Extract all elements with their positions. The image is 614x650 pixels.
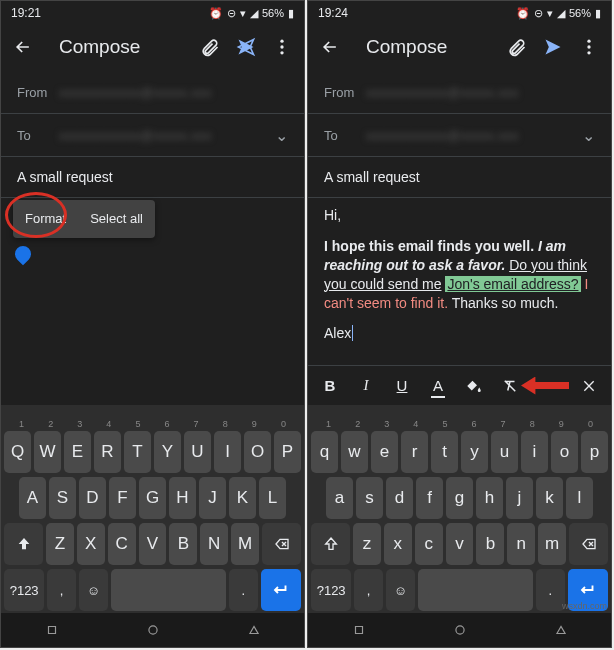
to-row[interactable]: To xxxxxxxxxxxx@xxxxx.xxx ⌄ <box>308 114 611 156</box>
key-z[interactable]: Z <box>46 523 74 565</box>
key-comma[interactable]: , <box>354 569 383 611</box>
nav-back-icon[interactable] <box>42 620 62 640</box>
attach-icon[interactable] <box>499 29 535 65</box>
key-d[interactable]: d <box>386 477 413 519</box>
key-c[interactable]: C <box>108 523 136 565</box>
chevron-down-icon[interactable]: ⌄ <box>582 126 595 145</box>
to-row[interactable]: To xxxxxxxxxxxx@xxxxx.xxx ⌄ <box>1 114 304 156</box>
format-bold-button[interactable]: B <box>312 368 348 404</box>
key-h[interactable]: h <box>476 477 503 519</box>
key-shift[interactable] <box>4 523 43 565</box>
key-symbols[interactable]: ?123 <box>311 569 351 611</box>
key-a[interactable]: A <box>19 477 46 519</box>
key-x[interactable]: x <box>384 523 412 565</box>
key-s[interactable]: S <box>49 477 76 519</box>
more-icon[interactable] <box>571 29 607 65</box>
format-underline-button[interactable]: U <box>384 368 420 404</box>
send-icon[interactable] <box>535 29 571 65</box>
subject-field[interactable]: A small request <box>308 157 611 197</box>
nav-home-icon[interactable] <box>143 620 163 640</box>
cursor-handle-icon[interactable] <box>12 243 35 266</box>
key-backspace[interactable] <box>569 523 608 565</box>
nav-recent-icon[interactable] <box>244 620 264 640</box>
key-b[interactable]: b <box>476 523 504 565</box>
from-row[interactable]: From xxxxxxxxxxxx@xxxxx.xxx <box>1 71 304 113</box>
key-f[interactable]: F <box>109 477 136 519</box>
key-g[interactable]: G <box>139 477 166 519</box>
key-s[interactable]: s <box>356 477 383 519</box>
key-b[interactable]: B <box>169 523 197 565</box>
key-space[interactable] <box>111 569 226 611</box>
key-c[interactable]: c <box>415 523 443 565</box>
key-k[interactable]: K <box>229 477 256 519</box>
key-o[interactable]: o <box>551 431 578 473</box>
key-o[interactable]: O <box>244 431 271 473</box>
key-m[interactable]: m <box>538 523 566 565</box>
back-icon[interactable] <box>312 29 348 65</box>
body-field[interactable]: Hi, I hope this email finds you well. I … <box>308 198 611 365</box>
format-fill-color-button[interactable] <box>456 368 492 404</box>
key-w[interactable]: W <box>34 431 61 473</box>
key-period[interactable]: . <box>229 569 258 611</box>
from-row[interactable]: From xxxxxxxxxxxx@xxxxx.xxx <box>308 71 611 113</box>
key-enter[interactable] <box>261 569 301 611</box>
back-icon[interactable] <box>5 29 41 65</box>
more-icon[interactable] <box>264 29 300 65</box>
key-z[interactable]: z <box>353 523 381 565</box>
key-l[interactable]: L <box>259 477 286 519</box>
attach-icon[interactable] <box>192 29 228 65</box>
key-i[interactable]: i <box>521 431 548 473</box>
key-t[interactable]: T <box>124 431 151 473</box>
key-h[interactable]: H <box>169 477 196 519</box>
key-d[interactable]: D <box>79 477 106 519</box>
key-i[interactable]: I <box>214 431 241 473</box>
nav-back-icon[interactable] <box>349 620 369 640</box>
key-space[interactable] <box>418 569 533 611</box>
format-italic-button[interactable]: I <box>348 368 384 404</box>
key-symbols[interactable]: ?123 <box>4 569 44 611</box>
key-p[interactable]: P <box>274 431 301 473</box>
key-e[interactable]: E <box>64 431 91 473</box>
key-emoji[interactable]: ☺ <box>386 569 415 611</box>
body-field[interactable]: Format Select all <box>1 198 304 405</box>
key-v[interactable]: V <box>139 523 167 565</box>
key-k[interactable]: k <box>536 477 563 519</box>
key-y[interactable]: Y <box>154 431 181 473</box>
key-j[interactable]: j <box>506 477 533 519</box>
key-backspace[interactable] <box>262 523 301 565</box>
key-shift[interactable] <box>311 523 350 565</box>
chevron-down-icon[interactable]: ⌄ <box>275 126 288 145</box>
key-r[interactable]: R <box>94 431 121 473</box>
key-p[interactable]: p <box>581 431 608 473</box>
key-j[interactable]: J <box>199 477 226 519</box>
key-r[interactable]: r <box>401 431 428 473</box>
key-comma[interactable]: , <box>47 569 76 611</box>
key-l[interactable]: l <box>566 477 593 519</box>
key-period[interactable]: . <box>536 569 565 611</box>
key-x[interactable]: X <box>77 523 105 565</box>
key-q[interactable]: Q <box>4 431 31 473</box>
nav-recent-icon[interactable] <box>551 620 571 640</box>
key-f[interactable]: f <box>416 477 443 519</box>
key-m[interactable]: M <box>231 523 259 565</box>
key-n[interactable]: n <box>507 523 535 565</box>
ctx-format[interactable]: Format <box>13 200 78 238</box>
key-t[interactable]: t <box>431 431 458 473</box>
key-a[interactable]: a <box>326 477 353 519</box>
key-e[interactable]: e <box>371 431 398 473</box>
key-u[interactable]: u <box>491 431 518 473</box>
key-u[interactable]: U <box>184 431 211 473</box>
key-v[interactable]: v <box>446 523 474 565</box>
nav-home-icon[interactable] <box>450 620 470 640</box>
format-close-button[interactable] <box>571 368 607 404</box>
ctx-select-all[interactable]: Select all <box>78 200 155 238</box>
format-text-color-button[interactable]: A <box>420 368 456 404</box>
key-g[interactable]: g <box>446 477 473 519</box>
key-emoji[interactable]: ☺ <box>79 569 108 611</box>
key-q[interactable]: q <box>311 431 338 473</box>
key-n[interactable]: N <box>200 523 228 565</box>
subject-field[interactable]: A small request <box>1 157 304 197</box>
key-y[interactable]: y <box>461 431 488 473</box>
send-icon[interactable] <box>228 29 264 65</box>
key-w[interactable]: w <box>341 431 368 473</box>
